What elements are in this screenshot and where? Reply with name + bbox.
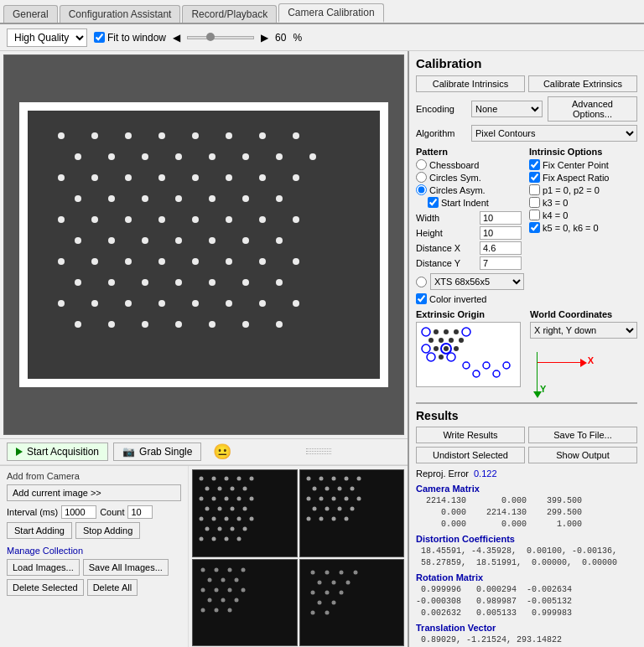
tab-config-assistant[interactable]: Configuration Assistant xyxy=(60,5,181,23)
distance-x-input[interactable] xyxy=(480,241,522,255)
svg-point-75 xyxy=(276,321,283,328)
svg-point-134 xyxy=(221,577,226,582)
svg-point-25 xyxy=(108,195,115,202)
advanced-options-button[interactable]: Advanced Options... xyxy=(548,96,637,122)
undistort-selected-button[interactable]: Undistort Selected xyxy=(416,447,525,463)
svg-point-30 xyxy=(276,195,283,202)
sensor-select[interactable]: XTS 68x56x5 xyxy=(430,273,524,290)
world-coordinates-select[interactable]: X right, Y down xyxy=(530,322,637,339)
camera-icon: 📷 xyxy=(122,446,135,458)
thumbnail-4[interactable] xyxy=(299,559,405,647)
write-results-button[interactable]: Write Results xyxy=(416,427,525,443)
sensor-radio[interactable] xyxy=(416,277,427,287)
delete-all-button[interactable]: Delete All xyxy=(87,579,138,596)
start-acquisition-button[interactable]: Start Acquisition xyxy=(7,443,108,461)
zoom-slider[interactable] xyxy=(187,36,254,39)
svg-point-44 xyxy=(242,237,249,244)
slider-left-arrow[interactable]: ◀ xyxy=(173,32,180,44)
svg-point-16 xyxy=(58,174,65,181)
tab-record-playback[interactable]: Record/Playback xyxy=(182,5,277,23)
color-inverted-checkbox[interactable] xyxy=(416,293,427,304)
quality-select[interactable]: High Quality xyxy=(7,28,87,47)
tab-camera-calibration[interactable]: Camera Calibration xyxy=(278,3,383,23)
svg-point-105 xyxy=(225,537,229,541)
interval-input[interactable] xyxy=(61,505,96,519)
count-input[interactable] xyxy=(127,505,153,519)
save-all-images-button[interactable]: Save All Images... xyxy=(83,559,169,576)
fix-center-point-checkbox[interactable] xyxy=(529,159,540,170)
stop-adding-button[interactable]: Stop Adding xyxy=(75,522,140,539)
pattern-chessboard-radio[interactable] xyxy=(416,159,427,170)
k4-label[interactable]: k4 = 0 xyxy=(543,210,568,220)
svg-point-187 xyxy=(503,362,510,369)
distance-y-input[interactable] xyxy=(480,256,522,270)
svg-point-40 xyxy=(108,237,115,244)
encoding-select[interactable]: None xyxy=(471,101,543,117)
thumbnail-3[interactable] xyxy=(192,559,298,647)
results-title: Results xyxy=(416,409,637,422)
tab-general[interactable]: General xyxy=(3,5,58,23)
k3-checkbox[interactable] xyxy=(529,197,540,208)
add-from-camera-label: Add from Camera xyxy=(7,471,181,481)
svg-point-67 xyxy=(259,300,266,307)
svg-point-36 xyxy=(226,216,232,223)
start-acquisition-label: Start Acquisition xyxy=(27,446,99,458)
k5-k6-checkbox[interactable] xyxy=(529,222,540,233)
svg-point-26 xyxy=(142,195,148,202)
svg-point-84 xyxy=(243,487,247,491)
pattern-circles-asym-radio[interactable] xyxy=(416,184,427,195)
intrinsic-options-title: Intrinsic Options xyxy=(529,147,637,157)
k4-checkbox[interactable] xyxy=(529,210,540,220)
pattern-circles-sym-label[interactable]: Circles Sym. xyxy=(429,173,481,183)
pattern-circles-sym-radio[interactable] xyxy=(416,172,427,183)
svg-point-49 xyxy=(158,258,165,265)
svg-point-55 xyxy=(108,279,115,286)
load-images-button[interactable]: Load Images... xyxy=(7,559,80,576)
svg-point-115 xyxy=(350,487,354,491)
fit-to-window-checkbox[interactable] xyxy=(94,32,105,43)
start-indent-label[interactable]: Start Indent xyxy=(441,198,489,208)
svg-point-118 xyxy=(331,497,335,501)
add-current-image-button[interactable]: Add current image >> xyxy=(7,484,181,501)
k5-k6-label[interactable]: k5 = 0, k6 = 0 xyxy=(543,223,599,233)
fix-center-point-label[interactable]: Fix Center Point xyxy=(543,160,609,170)
thumbnail-1[interactable] xyxy=(192,469,298,557)
height-input[interactable] xyxy=(480,226,522,240)
start-indent-checkbox[interactable] xyxy=(428,197,439,208)
k3-label[interactable]: k3 = 0 xyxy=(543,198,568,208)
camera-matrix-data: 2214.130 0.000 399.500 0.000 2214.130 29… xyxy=(416,495,637,531)
slider-right-arrow[interactable]: ▶ xyxy=(261,32,268,44)
grab-single-button[interactable]: 📷 Grab Single xyxy=(113,443,201,461)
pattern-chessboard-label[interactable]: Chessboard xyxy=(429,160,479,170)
p1-p2-label[interactable]: p1 = 0, p2 = 0 xyxy=(543,185,600,195)
show-output-button[interactable]: Show Output xyxy=(528,447,637,463)
svg-point-142 xyxy=(235,598,239,602)
svg-point-179 xyxy=(427,353,435,361)
svg-point-182 xyxy=(444,346,449,351)
thumbnail-2[interactable] xyxy=(299,469,405,557)
algorithm-select[interactable]: Pixel Contours xyxy=(471,125,637,142)
svg-point-83 xyxy=(231,487,235,491)
color-inverted-label[interactable]: Color inverted xyxy=(429,294,486,304)
fit-to-window-label[interactable]: Fit to window xyxy=(94,32,166,44)
svg-point-168 xyxy=(459,338,464,343)
pattern-circles-asym-label[interactable]: Circles Asym. xyxy=(429,185,486,195)
delete-selected-button[interactable]: Delete Selected xyxy=(7,579,84,596)
world-coordinates-title: World Coordinates xyxy=(530,309,637,319)
calibrate-intrinsics-button[interactable]: Calibrate Intrinsics xyxy=(416,75,525,92)
encoding-label: Encoding xyxy=(416,104,466,114)
svg-point-143 xyxy=(201,608,205,612)
start-adding-button[interactable]: Start Adding xyxy=(7,522,72,539)
svg-point-167 xyxy=(449,338,454,343)
fix-aspect-ratio-checkbox[interactable] xyxy=(529,172,540,183)
fix-aspect-ratio-label[interactable]: Fix Aspect Ratio xyxy=(543,173,609,183)
svg-point-107 xyxy=(306,477,310,481)
svg-point-54 xyxy=(75,279,81,286)
svg-point-176 xyxy=(462,328,470,336)
p1-p2-checkbox[interactable] xyxy=(529,184,540,195)
extrinsic-origin-title: Extrinsic Origin xyxy=(416,309,523,319)
calibrate-extrinsics-button[interactable]: Calibrate Extrinsics xyxy=(528,75,637,92)
width-input[interactable] xyxy=(480,211,522,225)
svg-point-124 xyxy=(350,507,354,511)
save-to-file-button[interactable]: Save To File... xyxy=(528,427,637,443)
